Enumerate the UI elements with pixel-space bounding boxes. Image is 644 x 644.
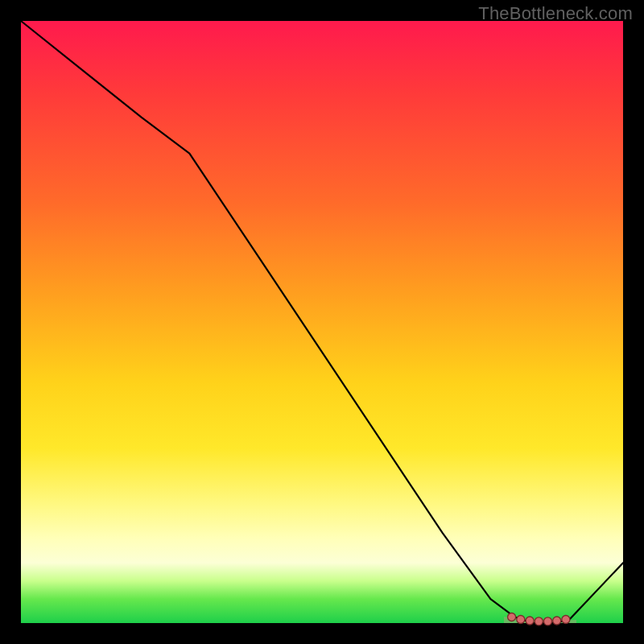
valley-marker xyxy=(508,613,516,621)
line-overlay xyxy=(21,21,623,623)
valley-marker xyxy=(517,616,525,624)
valley-marker xyxy=(526,617,534,625)
chart-frame: TheBottleneck.com xyxy=(0,0,644,644)
valley-marker xyxy=(544,617,552,625)
valley-marker xyxy=(562,616,570,624)
plot-area xyxy=(21,21,623,623)
valley-marker xyxy=(535,617,543,625)
bottleneck-curve xyxy=(21,21,623,623)
valley-marker xyxy=(553,617,561,625)
